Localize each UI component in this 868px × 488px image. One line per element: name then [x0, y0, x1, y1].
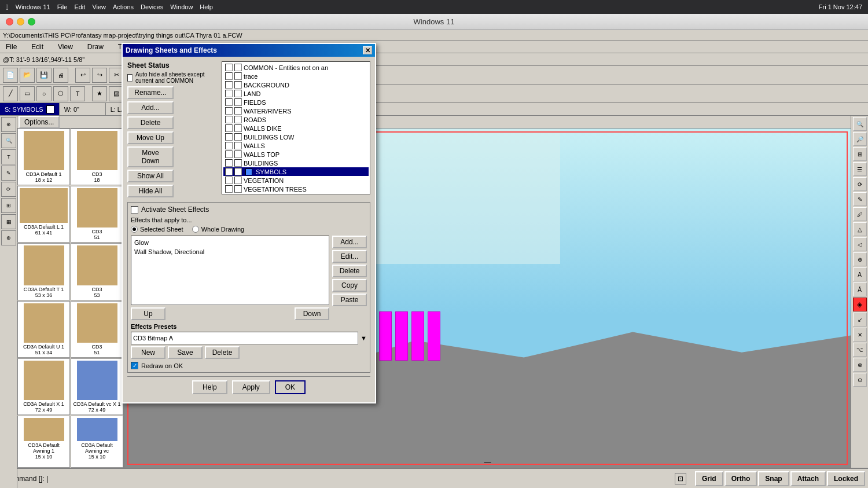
sheet-background[interactable]: BACKGROUND [223, 80, 369, 89]
tb-undo[interactable]: ↩ [75, 68, 90, 83]
menu-edit[interactable]: Edit [28, 42, 46, 52]
symbol-item-8[interactable]: CD351 [71, 301, 123, 358]
sheet-chk-bg2[interactable] [234, 81, 242, 89]
symbol-item-9[interactable]: CD3A Default X 172 x 49 [17, 358, 70, 415]
sheet-chk-tx2[interactable] [234, 194, 242, 195]
sheet-chk-t1[interactable] [225, 72, 233, 80]
symbol-item-1[interactable]: CD3A Default 118 x 12 [17, 129, 70, 185]
sheet-chk-v1[interactable] [225, 177, 233, 184]
delete-button[interactable]: Delete [127, 116, 174, 129]
sheet-walls[interactable]: WALLS [223, 141, 369, 150]
auto-hide-checkbox[interactable] [127, 74, 133, 82]
sheet-chk-r1[interactable] [225, 116, 233, 123]
sheet-chk-wt2[interactable] [234, 151, 242, 158]
sheet-chk-s1[interactable]: ✓ [225, 168, 233, 175]
sheet-chk-wa2[interactable] [234, 142, 242, 149]
sheet-chk-tx1[interactable] [225, 194, 233, 195]
left-tb-6[interactable]: ⊞ [1, 198, 16, 213]
close-button[interactable] [6, 18, 13, 25]
symbol-item-3[interactable]: CD3A Default L 161 x 41 [17, 186, 70, 243]
tb-draw-rect[interactable]: ▭ [20, 86, 35, 101]
minimize-button[interactable] [17, 18, 24, 25]
sheet-list[interactable]: COMMON - Entities not on an trace BACKGR [222, 61, 370, 195]
selected-sheet-radio[interactable] [131, 226, 138, 233]
rt-red-btn[interactable]: ◈ [853, 298, 867, 311]
sheet-land[interactable]: LAND [223, 89, 369, 98]
sheet-chk-v2[interactable] [234, 177, 242, 184]
sheet-chk-r2[interactable] [234, 116, 242, 123]
activate-effects-checkbox[interactable] [131, 206, 138, 214]
left-tb-4[interactable]: ✎ [1, 166, 16, 181]
tb-draw-text[interactable]: T [70, 86, 85, 101]
rt-btn-15[interactable]: ⌥ [853, 343, 867, 357]
sheet-buildings-low[interactable]: BUILDINGS LOW [223, 133, 369, 141]
mac-menu-window[interactable]: Window [170, 3, 193, 10]
sheet-chk-w2[interactable] [234, 107, 242, 115]
sheet-chk-bg1[interactable] [225, 81, 233, 89]
sheet-roads[interactable]: ROADS [223, 115, 369, 124]
sheet-fields[interactable]: FIELDS [223, 98, 369, 107]
sheet-chk-wd2[interactable] [234, 124, 242, 132]
dialog-close-button[interactable]: ✕ [363, 46, 372, 54]
rt-btn-9[interactable]: ◁ [853, 237, 867, 251]
sheet-COMMON[interactable]: COMMON - Entities not on an [223, 63, 369, 72]
sheet-vegetation-trees[interactable]: VEGETATION TREES [223, 185, 369, 193]
menu-draw[interactable]: Draw [84, 42, 106, 52]
tb-symbol[interactable]: ★ [92, 86, 107, 101]
maximize-button[interactable] [28, 18, 35, 25]
ok-footer-button[interactable]: OK [275, 380, 306, 394]
sheet-chk-vt1[interactable] [225, 185, 233, 193]
sheet-chk-c1[interactable] [225, 64, 233, 71]
rt-btn-zoom[interactable]: 🔍 [853, 117, 867, 131]
rt-btn-5[interactable]: ⟳ [853, 177, 867, 191]
rt-btn-6[interactable]: ✎ [853, 192, 867, 206]
sheet-walls-top[interactable]: WALLS TOP [223, 150, 369, 159]
tb-save[interactable]: 💾 [36, 68, 52, 83]
sheet-chk-bl1[interactable] [225, 133, 233, 141]
rt-btn-16[interactable]: ⊗ [853, 358, 867, 372]
sheet-chk-s2[interactable] [234, 168, 242, 175]
snap-icon[interactable]: ⊡ [675, 473, 686, 485]
left-tb-3[interactable]: T [1, 149, 16, 164]
paste-effect-button[interactable]: Paste [332, 293, 367, 306]
rt-btn-13[interactable]: ↙ [853, 313, 867, 326]
sheet-text[interactable]: TEXT [223, 193, 369, 195]
mac-menu-windows[interactable]: Windows 11 [16, 3, 50, 10]
tb-draw-poly[interactable]: ⬡ [53, 86, 68, 101]
apple-icon[interactable]:  [6, 3, 9, 12]
sheet-chk-l2[interactable] [234, 90, 242, 97]
move-down-button[interactable]: Move Down [127, 146, 174, 167]
symbol-item-2[interactable]: CD318 [71, 129, 123, 185]
sheet-water[interactable]: WATER/RIVERS [223, 107, 369, 115]
symbol-item-10[interactable]: CD3A Default vc X 172 x 49 [71, 358, 123, 415]
left-tb-7[interactable]: ▦ [1, 214, 16, 229]
symbol-item-4[interactable]: CD351 [71, 186, 123, 243]
sheet-chk-f2[interactable] [234, 98, 242, 106]
tb-print[interactable]: 🖨 [53, 68, 68, 83]
menu-file[interactable]: File [3, 42, 20, 52]
sheet-chk-bl2[interactable] [234, 133, 242, 141]
rt-btn-7[interactable]: 🖊 [853, 207, 867, 221]
sheet-chk-wt1[interactable] [225, 151, 233, 158]
mac-menu-file[interactable]: File [57, 3, 68, 10]
up-button[interactable]: Up [131, 307, 165, 320]
snap-button[interactable]: Snap [758, 471, 789, 486]
left-tb-2[interactable]: 🔍 [1, 133, 16, 148]
sheet-chk-wd1[interactable] [225, 124, 233, 132]
tb-new[interactable]: 📄 [3, 68, 18, 83]
options-button[interactable]: Options... [19, 116, 60, 129]
help-footer-button[interactable]: Help [192, 380, 227, 394]
down-button[interactable]: Down [295, 307, 329, 320]
sheet-vegetation[interactable]: VEGETATION [223, 176, 369, 185]
mac-menu-help[interactable]: Help [200, 3, 213, 10]
symbol-item-12[interactable]: CD3A Default Awning vc15 x 10 [71, 416, 123, 468]
move-up-button[interactable]: Move Up [127, 131, 174, 144]
ortho-button[interactable]: Ortho [724, 471, 757, 486]
mac-menu-actions[interactable]: Actions [113, 3, 134, 10]
tb-open[interactable]: 📂 [20, 68, 35, 83]
menu-view[interactable]: View [55, 42, 76, 52]
presets-select[interactable]: CD3 Bitmap A [131, 332, 358, 344]
left-tb-8[interactable]: ⊗ [1, 230, 16, 245]
rt-btn-zoom2[interactable]: 🔎 [853, 132, 867, 146]
add-effect-button[interactable]: Add... [332, 236, 367, 248]
